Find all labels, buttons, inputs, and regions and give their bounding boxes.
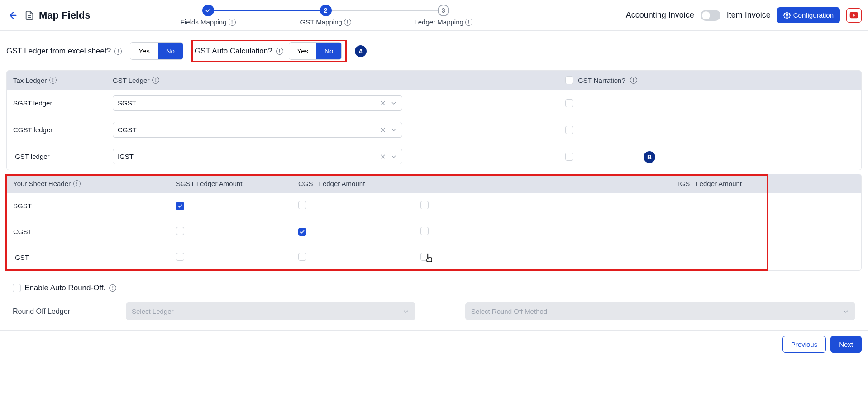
gst-ledger-select-cgst[interactable]: CGST — [113, 122, 402, 138]
select-placeholder: Select Ledger — [132, 307, 402, 315]
table-row: IGST — [7, 244, 861, 270]
info-icon[interactable]: ! — [344, 19, 351, 26]
item-invoice-label: Item Invoice — [727, 10, 771, 20]
tax-ledger-label: SGST ledger — [13, 99, 113, 107]
step-gst-mapping[interactable]: 2 GST Mapping ! — [267, 5, 385, 26]
stepper: Fields Mapping ! 2 GST Mapping ! 3 Ledge… — [149, 5, 502, 26]
gst-auto-calc-question: GST Auto Calculation? ! — [195, 47, 283, 56]
sgst-amount-checkbox[interactable] — [176, 202, 184, 210]
narration-checkbox[interactable] — [565, 126, 573, 134]
step-label: Ledger Mapping — [414, 18, 463, 26]
narration-checkbox[interactable] — [565, 99, 573, 107]
annotation-badge-a: A — [355, 45, 367, 57]
back-button[interactable] — [6, 9, 20, 22]
cgst-amount-checkbox[interactable] — [298, 228, 306, 236]
gst-ledger-select-sgst[interactable]: SGST — [113, 95, 402, 111]
gst-ledger-select-igst[interactable]: IGST — [113, 149, 402, 164]
step-fields-mapping[interactable]: Fields Mapping ! — [149, 5, 267, 26]
gst-auto-calc-no[interactable]: No — [316, 43, 341, 59]
info-icon[interactable]: ! — [109, 284, 116, 292]
roundoff-ledger-select[interactable]: Select Ledger — [126, 302, 415, 320]
clear-icon[interactable] — [379, 126, 386, 134]
info-icon[interactable]: ! — [152, 77, 159, 84]
footer: Previous Next — [0, 330, 868, 358]
page-title: Map Fields — [39, 10, 91, 21]
clear-icon[interactable] — [379, 153, 386, 160]
youtube-icon — [849, 11, 858, 20]
info-icon[interactable]: ! — [229, 19, 236, 26]
table-row: CGST ledger CGST — [7, 116, 861, 143]
chevron-down-icon — [402, 308, 410, 315]
gst-ledger-excel-no[interactable]: No — [158, 43, 183, 59]
table-row: SGST — [7, 193, 861, 219]
next-button[interactable]: Next — [830, 336, 862, 353]
chevron-down-icon — [842, 308, 849, 315]
info-icon[interactable]: ! — [114, 48, 122, 55]
table-row: CGST — [7, 219, 861, 244]
header: Map Fields Fields Mapping ! 2 GST Mappin… — [0, 0, 868, 31]
info-icon[interactable]: ! — [49, 77, 57, 84]
select-value: CGST — [118, 126, 379, 134]
sgst-amount-checkbox[interactable] — [176, 253, 184, 261]
step-label: Fields Mapping — [181, 18, 227, 26]
cursor-icon — [425, 254, 433, 265]
roundoff-ledger-label: Round Off Ledger — [13, 307, 76, 316]
sheet-header-name: IGST — [13, 254, 176, 261]
configuration-button[interactable]: Configuration — [777, 7, 840, 23]
gst-narration-checkbox[interactable] — [565, 76, 573, 84]
info-icon[interactable]: ! — [465, 19, 472, 26]
previous-button[interactable]: Previous — [782, 336, 826, 353]
clear-icon[interactable] — [379, 100, 386, 107]
select-value: SGST — [118, 99, 379, 107]
step-ledger-mapping[interactable]: 3 Ledger Mapping ! — [385, 5, 502, 26]
info-icon[interactable]: ! — [630, 77, 637, 84]
sgst-amount-checkbox[interactable] — [176, 227, 184, 235]
invoice-toggle[interactable] — [701, 10, 720, 21]
narration-checkbox[interactable] — [565, 153, 573, 161]
table-row: IGST ledger IGST B — [7, 143, 861, 170]
step-check-icon — [202, 5, 214, 16]
table-row: SGST ledger SGST — [7, 90, 861, 116]
cgst-amount-checkbox[interactable] — [298, 253, 306, 261]
svg-point-3 — [786, 14, 788, 16]
gst-auto-calc-yes[interactable]: Yes — [289, 43, 316, 59]
sheet-header-name: CGST — [13, 228, 176, 235]
gst-ledger-excel-question: GST Ledger from excel sheet? ! — [6, 47, 122, 56]
select-value: IGST — [118, 153, 379, 160]
chevron-down-icon[interactable] — [390, 100, 397, 107]
gst-ledger-header: GST Ledger — [113, 77, 149, 84]
your-sheet-header: Your Sheet Header — [13, 180, 71, 187]
tax-ledger-label: CGST ledger — [13, 126, 113, 134]
gst-narration-header: GST Narration? — [578, 77, 625, 84]
gst-ledger-excel-yes[interactable]: Yes — [130, 43, 157, 59]
igst-amount-checkbox[interactable] — [420, 227, 429, 235]
tax-ledger-label: IGST ledger — [13, 153, 113, 160]
cgst-amount-checkbox[interactable] — [298, 201, 306, 209]
step-number: 2 — [320, 5, 332, 16]
sheet-header-panel-wrap: Your Sheet Header! SGST Ledger Amount CG… — [6, 174, 862, 271]
chevron-down-icon[interactable] — [390, 126, 397, 134]
select-placeholder: Select Round Off Method — [471, 307, 842, 315]
roundoff-panel: Enable Auto Round-Off. ! Round Off Ledge… — [6, 277, 862, 330]
step-number: 3 — [438, 5, 449, 16]
chevron-down-icon[interactable] — [390, 153, 397, 160]
info-icon[interactable]: ! — [73, 180, 81, 187]
enable-roundoff-label: Enable Auto Round-Off. — [24, 283, 105, 292]
enable-roundoff-checkbox[interactable] — [13, 284, 21, 292]
step-label: GST Mapping — [300, 18, 342, 26]
roundoff-method-select[interactable]: Select Round Off Method — [465, 302, 855, 320]
document-icon — [24, 10, 34, 20]
cgst-amount-header: CGST Ledger Amount — [298, 180, 420, 187]
gst-ledger-excel-yesno: Yes No — [130, 42, 183, 60]
youtube-button[interactable] — [846, 8, 862, 23]
configuration-label: Configuration — [793, 11, 834, 19]
annotation-highlight-a: GST Auto Calculation? ! Yes No — [191, 40, 347, 62]
igst-amount-checkbox[interactable] — [420, 201, 429, 209]
sgst-amount-header: SGST Ledger Amount — [176, 180, 298, 187]
tax-ledger-panel: Tax Ledger! GST Ledger! GST Narration? !… — [6, 70, 862, 170]
sheet-header-panel: Your Sheet Header! SGST Ledger Amount CG… — [6, 174, 862, 271]
info-icon[interactable]: ! — [276, 48, 283, 55]
gst-auto-calc-yesno: Yes No — [289, 42, 342, 60]
accounting-invoice-label: Accounting Invoice — [626, 10, 694, 20]
annotation-badge-b: B — [644, 151, 655, 163]
